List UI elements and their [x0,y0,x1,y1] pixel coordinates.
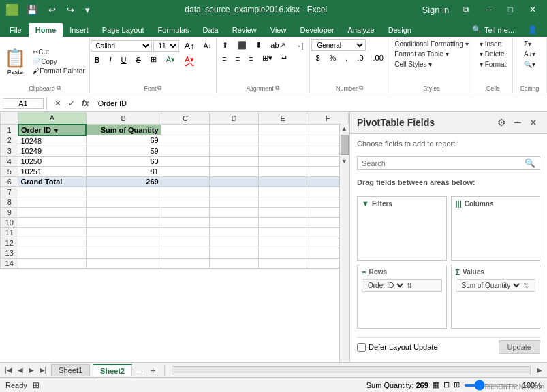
cell-a2[interactable]: 10248 [18,135,86,146]
cell-b6[interactable]: 269 [86,176,161,186]
cell-e6[interactable] [258,176,307,186]
cell-a14[interactable] [18,258,86,268]
cell-a3[interactable]: 10249 [18,146,86,156]
signin-button[interactable]: Sign in [418,3,452,16]
cell-e3[interactable] [258,146,307,156]
tell-me-button[interactable]: 🔍Tell me... [465,22,521,37]
sheet-nav-last[interactable]: ▶| [37,365,49,374]
col-header-f[interactable]: F [307,112,349,125]
cell-styles-button[interactable]: Cell Styles ▾ [392,60,435,69]
vertical-scrollbar[interactable]: ▲ ▼ [339,124,349,362]
cell-c4[interactable] [161,156,210,166]
format-button[interactable]: ▾ Format [477,60,509,69]
paste-button[interactable]: 📋 Paste [1,46,29,77]
merge-button[interactable]: ⊞▾ [258,52,277,64]
save-button[interactable]: 💾 [23,3,41,16]
cell-c6[interactable] [161,176,210,186]
find-button[interactable]: 🔍▾ [521,60,538,69]
font-shrink-button[interactable]: A↓ [200,39,216,52]
sheet-tab-sheet2[interactable]: Sheet2 [93,364,132,376]
pivot-settings-button[interactable]: ⚙ [495,116,509,129]
sheet-nav-prev[interactable]: ◀ [16,365,25,374]
format-painter-button[interactable]: 🖌 Format Painter [30,67,87,76]
cell-c5[interactable] [161,166,210,176]
col-header-b[interactable]: B [86,112,161,125]
cell-b2[interactable]: 69 [86,135,161,146]
formula-input[interactable] [94,99,544,108]
cell-b1[interactable]: Sum of Quantity [86,125,161,135]
cell-b4[interactable]: 60 [86,156,161,166]
sheet-add-button[interactable]: + [148,365,159,376]
cell-a8[interactable] [18,197,86,207]
tab-home[interactable]: Home [29,23,63,37]
currency-button[interactable]: $ [311,52,324,63]
tab-design[interactable]: Design [381,23,418,37]
percent-button[interactable]: % [326,52,341,63]
sort-button[interactable]: A↓▾ [521,50,538,59]
cell-a11[interactable] [18,227,86,238]
sheet-nav-next[interactable]: ▶ [27,365,36,374]
pivot-rows-field[interactable]: Order ID ⇅ [362,279,442,292]
font-color-button[interactable]: A▾ [181,54,198,65]
number-format-select[interactable]: General [311,39,366,51]
align-right-button[interactable]: ≡ [245,52,257,64]
pivot-close-button[interactable]: ✕ [527,116,540,129]
cell-e2[interactable] [258,135,307,146]
comma-button[interactable]: , [341,52,351,63]
layout-normal-icon[interactable]: ▦ [433,380,439,389]
cell-b3[interactable]: 59 [86,146,161,156]
fill-color-button[interactable]: A▾ [162,54,179,65]
cell-a7[interactable] [18,186,86,197]
cell-a9[interactable] [18,207,86,217]
strikethrough-button[interactable]: S [132,54,145,65]
pivot-rows-arrows[interactable]: ⇅ [407,282,412,289]
insert-function-icon[interactable]: fx [80,98,91,109]
bold-button[interactable]: B [91,54,104,65]
font-expand-icon[interactable]: ⧉ [157,84,161,92]
autosum-button[interactable]: Σ▾ [521,39,534,48]
pivot-values-field-select[interactable]: Sum of Quantity [459,281,522,290]
cell-a12[interactable] [18,238,86,248]
pivot-rows-field-select[interactable]: Order ID [365,281,405,290]
close-button[interactable]: ✕ [524,3,542,16]
align-top-button[interactable]: ⬆ [218,39,232,51]
restore-down-button[interactable]: ⧉ [458,3,475,16]
layout-page-icon[interactable]: ⊟ [443,380,450,389]
cell-e5[interactable] [258,166,307,176]
cell-d6[interactable] [210,176,259,186]
font-grow-button[interactable]: A↑ [181,39,199,52]
sheet-tab-sheet1[interactable]: Sheet1 [51,364,90,376]
hscroll-right-button[interactable]: ▶ [535,365,544,374]
cancel-formula-icon[interactable]: ✕ [52,98,63,109]
cell-d4[interactable] [210,156,259,166]
copy-button[interactable]: 📄 Copy [30,57,87,66]
minimize-button[interactable]: ─ [480,3,497,16]
tab-file[interactable]: File [3,23,29,37]
tab-formulas[interactable]: Formulas [151,23,196,37]
tab-data[interactable]: Data [196,23,225,37]
wrap-text-button[interactable]: ↵ [277,52,292,64]
align-bottom-button[interactable]: ⬇ [251,39,266,51]
defer-layout-checkbox[interactable] [357,343,366,352]
cut-button[interactable]: ✂ Cut [30,48,87,56]
cell-a1[interactable]: Order ID ▼ [18,125,86,135]
cell-a10[interactable] [18,217,86,227]
cell-d3[interactable] [210,146,259,156]
tab-analyze[interactable]: Analyze [341,23,381,37]
undo-button[interactable]: ↩ [45,3,59,16]
layout-break-icon[interactable]: ⊞ [454,380,460,389]
cell-reference-box[interactable] [3,98,44,109]
col-header-d[interactable]: D [210,112,259,125]
pivot-minimize-button[interactable]: ─ [512,116,524,129]
border-button[interactable]: ⊞ [146,54,161,65]
cell-c1[interactable] [161,125,210,135]
font-size-select[interactable]: 11 [153,40,179,52]
cell-d2[interactable] [210,135,259,146]
text-orient-button[interactable]: ab↗ [266,39,289,51]
sheet-more-button[interactable]: ... [135,365,144,374]
pivot-search-box[interactable]: 🔍 [357,156,540,170]
pivot-search-input[interactable] [362,159,525,167]
inc-decimal-button[interactable]: .0 [353,52,367,63]
cell-b5[interactable]: 81 [86,166,161,176]
cell-d5[interactable] [210,166,259,176]
